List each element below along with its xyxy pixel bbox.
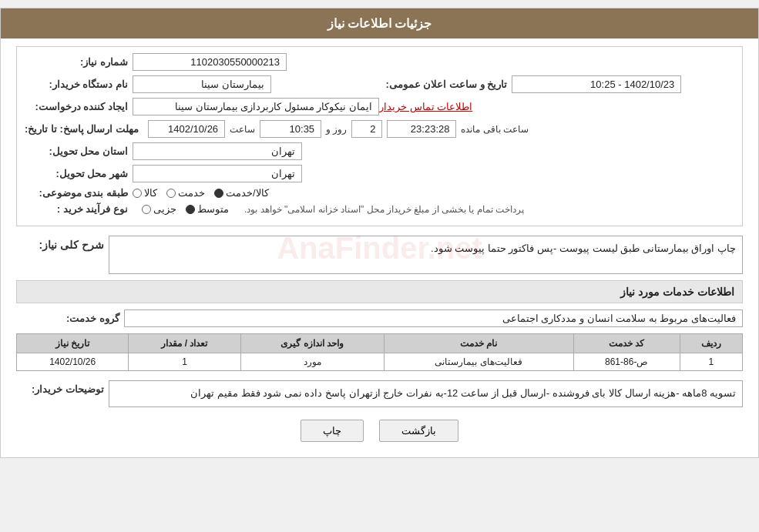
services-section-header: اطلاعات خدمات مورد نیاز [16,280,743,303]
category-kala-khedmat[interactable]: کالا/خدمت [214,187,269,199]
cell-service-name: فعالیت‌های بیمارستانی [384,353,573,371]
deadline-days: 2 [351,120,382,138]
purchase-type-row: نوع فرآیند خرید : جزیی متوسط پرداخت تمام… [25,203,734,215]
category-khedmat-radio[interactable] [166,189,176,198]
requester-name-value: بیمارستان سینا [133,75,271,93]
need-desc-content: چاپ اوراق بیمارستانی طبق لیست پیوست -پس … [109,236,743,274]
purchase-jozi-label: جزیی [153,203,176,215]
services-section: گروه خدمت: فعالیت‌های مربوط به سلامت انس… [16,309,743,371]
col-unit: واحد اندازه گیری [240,334,384,353]
requester-name-label: نام دستگاه خریدار: [25,79,133,90]
province-value: تهران [133,142,302,160]
col-quantity: تعداد / مقدار [129,334,240,353]
announce-date-value: 1402/10/23 - 10:25 [512,75,681,93]
purchase-motavaset-radio[interactable] [186,205,195,214]
page-title: جزئیات اطلاعات نیاز [327,17,432,30]
buyer-notes-label: توضیحات خریدار: [16,380,109,395]
purchase-jozi-radio[interactable] [142,205,151,214]
service-group-value: فعالیت‌های مربوط به سلامت انسان و مددکار… [124,309,743,327]
cell-date: 1402/10/26 [17,353,129,371]
purchase-motavaset[interactable]: متوسط [186,203,229,215]
deadline-day-label: روز و [326,124,347,135]
print-button[interactable]: چاپ [301,420,364,442]
deadline-remaining-label: ساعت باقی مانده [461,124,529,135]
creator-link[interactable]: اطلاعات تماس خریدار [379,101,472,112]
deadline-date: 1402/10/26 [148,120,225,138]
need-number-value: 1102030550000213 [133,53,287,71]
purchase-type-label: نوع فرآیند خرید : [25,203,133,215]
action-buttons: بازگشت چاپ [16,420,743,442]
col-service-name: نام خدمت [384,334,573,353]
purchase-jozi[interactable]: جزیی [142,203,176,215]
category-label: طبقه بندی موضوعی: [25,187,133,199]
need-desc-value: چاپ اوراق بیمارستانی طبق لیست پیوست -پس … [109,236,743,274]
table-row: 1 ص-86-861 فعالیت‌های بیمارستانی مورد 1 … [17,353,743,371]
category-khedmat[interactable]: خدمت [166,187,205,199]
creator-label: ایجاد کننده درخواست: [25,101,133,112]
category-kala[interactable]: کالا [133,187,157,199]
deadline-row: مهلت ارسال پاسخ: تا تاریخ: 1402/10/26 سا… [25,120,734,138]
purchase-note: پرداخت تمام یا بخشی از مبلغ خریداز محل "… [244,204,524,215]
col-service-code: کد خدمت [573,334,680,353]
need-number-row: شماره نیاز: 1102030550000213 [25,53,734,71]
category-kala-radio[interactable] [133,189,142,198]
deadline-time-label: ساعت [230,124,255,135]
category-kala-label: کالا [144,187,157,199]
announce-date-label: تاریخ و ساعت اعلان عمومی: [386,79,512,90]
city-label: شهر محل تحویل: [25,168,133,179]
need-number-label: شماره نیاز: [25,56,133,68]
col-row-num: ردیف [680,334,742,353]
purchase-motavaset-label: متوسط [197,203,229,215]
cell-row-num: 1 [680,353,742,371]
back-button[interactable]: بازگشت [379,420,458,442]
deadline-remaining: 23:23:28 [387,120,456,138]
need-desc-section: شرح کلی نیاز: چاپ اوراق بیمارستانی طبق ل… [16,236,743,274]
table-header-row: ردیف کد خدمت نام خدمت واحد اندازه گیری ت… [17,334,743,353]
services-table: ردیف کد خدمت نام خدمت واحد اندازه گیری ت… [16,333,743,371]
col-date: تاریخ نیاز [17,334,129,353]
service-group-label: گروه خدمت: [16,313,124,324]
cell-service-code: ص-86-861 [573,353,680,371]
need-desc-label: شرح کلی نیاز: [16,236,109,251]
province-label: استان محل تحویل: [25,146,133,157]
city-row: شهر محل تحویل: تهران [25,165,734,182]
service-group-row: گروه خدمت: فعالیت‌های مربوط به سلامت انس… [16,309,743,327]
buyer-notes-section: توضیحات خریدار: تسویه 8ماهه -هزینه ارسال… [16,380,743,407]
info-section: شماره نیاز: 1102030550000213 نام دستگاه … [16,46,743,226]
city-value: تهران [133,165,302,182]
creator-value: ایمان نیکوکار مسئول کاربردازی بیمارستان … [133,98,379,115]
cell-unit: مورد [240,353,384,371]
category-kala-khedmat-radio[interactable] [214,189,223,198]
province-row: استان محل تحویل: تهران [25,142,734,160]
category-options: کالا خدمت کالا/خدمت [133,187,269,199]
category-khedmat-label: خدمت [178,187,205,199]
creator-row: ایجاد کننده درخواست: ایمان نیکوکار مسئول… [25,98,734,115]
buyer-notes-value: تسویه 8ماهه -هزینه ارسال کالا باى فروشند… [109,380,743,407]
category-kala-khedmat-label: کالا/خدمت [226,187,269,199]
category-row: طبقه بندی موضوعی: کالا خدمت کالا/خدمت [25,187,734,199]
purchase-type-options: جزیی متوسط [142,203,229,215]
deadline-label: مهلت ارسال پاسخ: تا تاریخ: [25,123,143,135]
cell-quantity: 1 [129,353,240,371]
deadline-time: 10:35 [260,120,321,138]
page-header: جزئیات اطلاعات نیاز [1,8,758,38]
